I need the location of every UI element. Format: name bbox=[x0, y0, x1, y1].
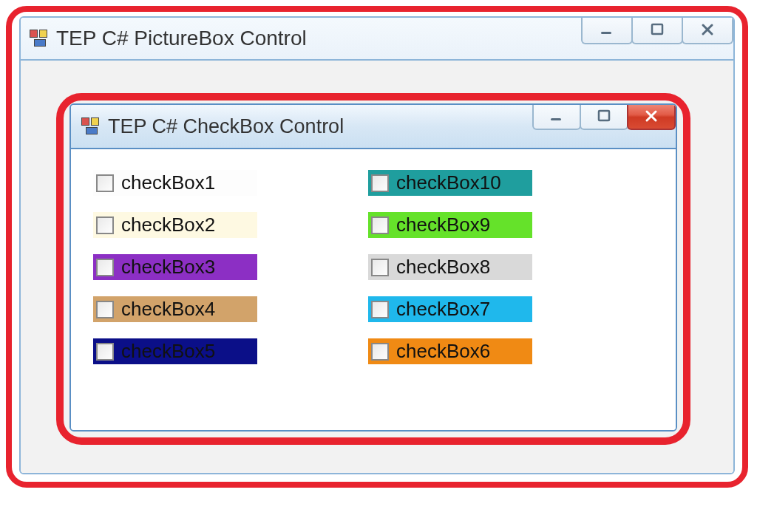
inner-window: TEP C# CheckBox Control bbox=[69, 103, 677, 432]
checkbox-6[interactable]: checkBox6 bbox=[368, 338, 532, 364]
checkbox-label: checkBox8 bbox=[396, 256, 490, 279]
svg-rect-1 bbox=[652, 24, 662, 34]
close-button[interactable] bbox=[627, 103, 676, 130]
checkbox-3[interactable]: checkBox3 bbox=[93, 254, 257, 280]
checkbox-box-icon bbox=[96, 301, 114, 318]
inner-window-controls bbox=[534, 103, 676, 130]
checkbox-label: checkBox1 bbox=[121, 171, 215, 194]
checkbox-column-right: checkBox10 checkBox9 checkBox8 bbox=[368, 170, 532, 409]
checkbox-label: checkBox5 bbox=[121, 340, 215, 363]
highlight-inner: TEP C# CheckBox Control bbox=[56, 93, 690, 445]
close-button[interactable] bbox=[682, 16, 733, 44]
checkbox-10[interactable]: checkBox10 bbox=[368, 170, 532, 196]
outer-window-controls bbox=[583, 16, 733, 44]
app-icon bbox=[80, 116, 101, 137]
inner-window-title: TEP C# CheckBox Control bbox=[108, 115, 344, 138]
maximize-button[interactable] bbox=[631, 16, 683, 44]
checkbox-9[interactable]: checkBox9 bbox=[368, 212, 532, 238]
outer-client-area: TEP C# CheckBox Control bbox=[21, 59, 733, 473]
checkbox-label: checkBox2 bbox=[121, 214, 215, 236]
svg-rect-2 bbox=[551, 118, 561, 120]
checkbox-8[interactable]: checkBox8 bbox=[368, 254, 532, 280]
checkbox-2[interactable]: checkBox2 bbox=[93, 212, 257, 238]
highlight-outer: TEP C# PictureBox Control bbox=[6, 6, 748, 488]
checkbox-7[interactable]: checkBox7 bbox=[368, 296, 532, 322]
checkbox-label: checkBox7 bbox=[396, 298, 490, 321]
minimize-button[interactable] bbox=[532, 103, 581, 130]
maximize-button[interactable] bbox=[580, 103, 628, 130]
checkbox-box-icon bbox=[96, 343, 114, 361]
checkbox-column-left: checkBox1 checkBox2 checkBox3 bbox=[93, 170, 257, 409]
app-icon bbox=[28, 28, 49, 49]
outer-window: TEP C# PictureBox Control bbox=[19, 16, 735, 474]
checkbox-box-icon bbox=[371, 174, 389, 192]
svg-rect-3 bbox=[599, 111, 609, 120]
outer-window-title: TEP C# PictureBox Control bbox=[56, 27, 307, 50]
checkbox-box-icon bbox=[371, 301, 389, 318]
checkbox-box-icon bbox=[371, 259, 389, 276]
checkbox-1[interactable]: checkBox1 bbox=[93, 170, 257, 196]
checkbox-label: checkBox9 bbox=[396, 214, 490, 236]
checkbox-box-icon bbox=[371, 216, 389, 234]
outer-titlebar[interactable]: TEP C# PictureBox Control bbox=[21, 18, 733, 59]
inner-titlebar[interactable]: TEP C# CheckBox Control bbox=[71, 105, 676, 148]
checkbox-box-icon bbox=[371, 343, 389, 361]
checkbox-label: checkBox10 bbox=[396, 171, 501, 194]
checkbox-5[interactable]: checkBox5 bbox=[93, 338, 257, 364]
checkbox-label: checkBox3 bbox=[121, 256, 215, 279]
checkbox-label: checkBox6 bbox=[396, 340, 490, 363]
svg-rect-0 bbox=[601, 32, 611, 34]
checkbox-box-icon bbox=[96, 174, 114, 192]
checkbox-box-icon bbox=[96, 216, 114, 234]
inner-client-area: checkBox1 checkBox2 checkBox3 bbox=[71, 148, 676, 430]
checkbox-4[interactable]: checkBox4 bbox=[93, 296, 257, 322]
checkbox-label: checkBox4 bbox=[121, 298, 215, 321]
checkbox-box-icon bbox=[96, 259, 114, 276]
minimize-button[interactable] bbox=[581, 16, 633, 44]
